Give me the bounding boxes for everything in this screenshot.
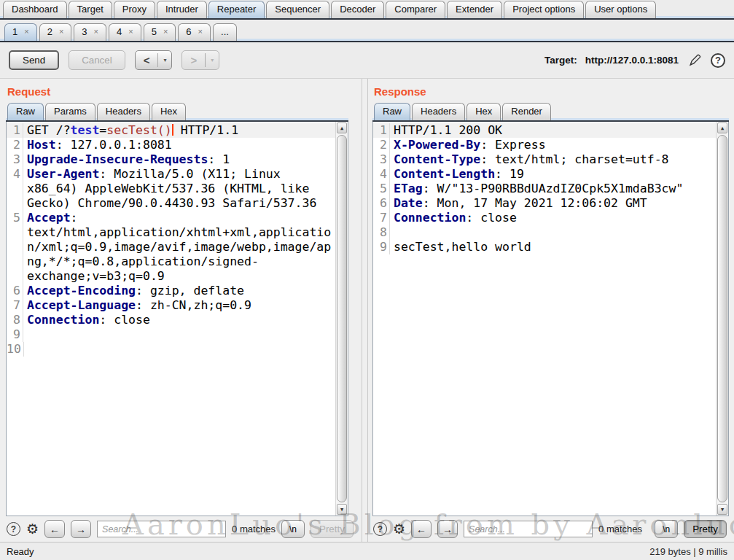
pane-splitter[interactable] (348, 79, 372, 542)
main-tab-user-options[interactable]: User options (585, 1, 656, 18)
request-line-6: 6Accept-Encoding: gzip, deflate (7, 284, 335, 298)
scrollbar-thumb[interactable] (337, 135, 347, 502)
close-tab-icon[interactable]: × (198, 28, 203, 36)
request-panel: Request RawParamsHeadersHex ▲ ▼ 1GET /?t… (6, 79, 348, 542)
target-label: Target: (544, 55, 577, 66)
search-prev-button[interactable]: ← (44, 520, 65, 538)
response-line-9: 9secTest,hello world (373, 240, 716, 254)
request-response-split: Request RawParamsHeadersHex ▲ ▼ 1GET /?t… (0, 78, 734, 542)
response-search-bar: ? ⚙ ← → 0 matches \n Pretty (372, 516, 729, 542)
response-editor[interactable]: ▲ ▼ 1HTTP/1.1 200 OK2X-Powered-By: Expre… (372, 122, 729, 516)
main-tab-bar: DashboardTargetProxyIntruderRepeaterSequ… (0, 0, 734, 20)
main-tab-extender[interactable]: Extender (447, 1, 502, 18)
response-tab-render[interactable]: Render (502, 103, 551, 120)
prev-arrow-icon: < (136, 51, 158, 69)
main-tab-comparer[interactable]: Comparer (386, 1, 445, 18)
request-scrollbar[interactable]: ▲ ▼ (335, 122, 348, 516)
close-tab-icon[interactable]: × (59, 28, 63, 36)
regex-newline-toggle[interactable]: \n (655, 520, 678, 538)
gear-icon[interactable]: ⚙ (393, 522, 405, 536)
request-line-5: 5Accept: text/html,application/xhtml+xml… (7, 211, 335, 284)
close-tab-icon[interactable]: × (94, 28, 98, 36)
response-match-count: 0 matches (598, 524, 642, 534)
close-tab-icon[interactable]: × (24, 28, 28, 36)
request-tab-params[interactable]: Params (45, 103, 95, 120)
response-line-5: 5ETag: W/"13-P90RBBdUAzdIZ0Cpk5X1mdaB3cw… (373, 182, 716, 196)
response-tab-hex[interactable]: Hex (466, 103, 501, 120)
request-line-3: 3Upgrade-Insecure-Requests: 1 (7, 152, 335, 167)
main-tab-target[interactable]: Target (69, 1, 112, 18)
request-search-input[interactable] (97, 521, 226, 537)
request-tab-hex[interactable]: Hex (152, 103, 186, 120)
response-line-2: 2X-Powered-By: Express (373, 138, 716, 152)
next-arrow-icon: > (182, 51, 205, 69)
request-line-8: 8Connection: close (7, 313, 335, 327)
response-line-3: 3Content-Type: text/html; charset=utf-8 (373, 152, 716, 167)
target-bar: Target: http://127.0.0.1:8081 ? (544, 52, 725, 69)
search-prev-button[interactable]: ← (411, 520, 432, 538)
main-tab-dashboard[interactable]: Dashboard (3, 1, 67, 18)
repeater-tab-2[interactable]: 2× (39, 23, 72, 41)
close-tab-icon[interactable]: × (163, 28, 168, 36)
response-line-7: 7Connection: close (373, 211, 716, 225)
repeater-tab-5[interactable]: 5× (144, 23, 176, 41)
request-search-bar: ? ⚙ ← → 0 matches \n Pretty (6, 516, 348, 542)
request-panel-title: Request (7, 85, 348, 98)
search-next-button[interactable]: → (437, 520, 458, 538)
response-scrollbar[interactable]: ▲ ▼ (716, 122, 728, 516)
repeater-tab-bar: 1×2×3×4×5×6×... (0, 20, 734, 42)
search-help-icon[interactable]: ? (7, 522, 20, 536)
chevron-down-icon[interactable]: ▾ (206, 51, 219, 69)
status-text: Ready (7, 546, 34, 557)
main-tab-proxy[interactable]: Proxy (114, 1, 155, 18)
next-response-button[interactable]: > ▾ (181, 50, 219, 70)
search-next-button[interactable]: → (71, 520, 91, 538)
response-panel: Response RawHeadersHexRender ▲ ▼ 1HTTP/1… (372, 79, 729, 542)
response-line-6: 6Date: Mon, 17 May 2021 12:06:02 GMT (373, 196, 716, 211)
response-search-input[interactable] (464, 521, 593, 537)
request-tab-raw[interactable]: Raw (7, 103, 44, 120)
burp-repeater-window: DashboardTargetProxyIntruderRepeaterSequ… (0, 0, 734, 560)
request-editor[interactable]: ▲ ▼ 1GET /?test=secTest() HTTP/1.12Host:… (6, 122, 348, 516)
search-help-icon[interactable]: ? (373, 522, 387, 536)
request-line-10: 10 (7, 342, 335, 357)
repeater-tab-6[interactable]: 6× (178, 23, 211, 41)
response-tab-headers[interactable]: Headers (412, 103, 465, 120)
scroll-up-icon[interactable]: ▲ (717, 122, 727, 133)
main-tab-intruder[interactable]: Intruder (157, 1, 207, 18)
response-line-4: 4Content-Length: 19 (373, 167, 716, 182)
request-tab-headers[interactable]: Headers (97, 103, 150, 120)
main-tab-sequencer[interactable]: Sequencer (266, 1, 329, 18)
repeater-tab-3[interactable]: 3× (74, 23, 106, 41)
scrollbar-thumb[interactable] (717, 135, 727, 502)
edit-target-pencil-icon[interactable] (687, 52, 703, 69)
request-pretty-toggle[interactable]: Pretty (311, 520, 354, 538)
gear-icon[interactable]: ⚙ (26, 522, 39, 536)
main-tab-decoder[interactable]: Decoder (331, 1, 384, 18)
repeater-tab-1[interactable]: 1× (4, 23, 37, 41)
send-button[interactable]: Send (9, 50, 59, 70)
prev-response-button[interactable]: < ▾ (135, 50, 173, 70)
response-editor-tabs: RawHeadersHexRender (372, 103, 729, 122)
close-tab-icon[interactable]: × (128, 28, 133, 36)
main-tab-project-options[interactable]: Project options (504, 1, 584, 18)
help-icon[interactable]: ? (711, 53, 725, 68)
repeater-toolbar: Send Cancel < ▾ > ▾ Target: http://127.0… (0, 42, 734, 78)
repeater-tab-4[interactable]: 4× (109, 23, 141, 41)
response-line-1: 1HTTP/1.1 200 OK (373, 123, 716, 138)
scroll-down-icon[interactable]: ▼ (337, 504, 347, 515)
request-match-count: 0 matches (232, 524, 276, 534)
cancel-button[interactable]: Cancel (69, 50, 125, 70)
scroll-down-icon[interactable]: ▼ (717, 504, 727, 515)
request-line-2: 2Host: 127.0.0.1:8081 (7, 138, 335, 152)
chevron-down-icon[interactable]: ▾ (158, 51, 171, 69)
regex-newline-toggle[interactable]: \n (281, 520, 305, 538)
status-bar: Ready 219 bytes | 9 millis (0, 542, 734, 560)
main-tab-repeater[interactable]: Repeater (208, 1, 265, 18)
response-pretty-toggle[interactable]: Pretty (684, 520, 727, 538)
scroll-up-icon[interactable]: ▲ (337, 122, 347, 133)
repeater-tab-...[interactable]: ... (213, 23, 237, 41)
request-editor-tabs: RawParamsHeadersHex (6, 103, 348, 122)
response-stats: 219 bytes | 9 millis (649, 546, 727, 557)
response-tab-raw[interactable]: Raw (374, 103, 410, 120)
